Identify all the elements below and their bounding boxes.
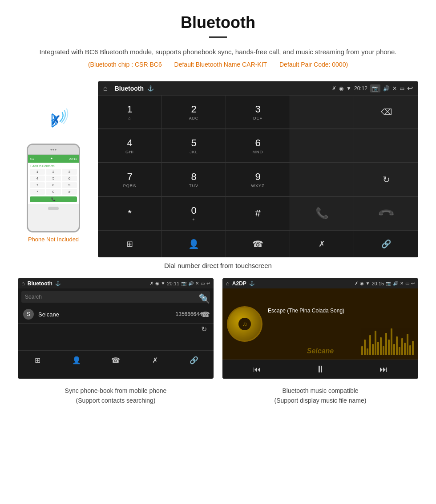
statusbar-right: ✗ ◉ ▼ 20:12 📷 🔊 ✕ ▭ ↩ (332, 84, 413, 92)
time-display: 20:12 (354, 85, 367, 92)
eq-bar-18 (407, 334, 408, 355)
phone-home-button (48, 207, 59, 210)
pb-btn-link[interactable]: 🔗 (174, 354, 214, 366)
close-icon[interactable]: ✕ (392, 85, 397, 92)
statusbar-title: Bluetooth (115, 85, 144, 92)
pb-vol-icon[interactable]: 🔊 (188, 281, 194, 286)
phonebook-screen: ⌂ Bluetooth ⚓ ✗ ◉ ▼ 20:11 📷 🔊 ✕ ▭ ↩ (18, 278, 214, 379)
dial-key-3[interactable]: 3DEF (226, 96, 290, 129)
dial-empty-2 (290, 129, 354, 163)
dial-backspace[interactable]: ⌫ (354, 96, 418, 129)
split-icon[interactable]: ▭ (400, 85, 404, 92)
phone-keypad: 1 2 3 4 5 6 7 8 9 * 0 # (30, 169, 77, 195)
eq-bar-9 (383, 346, 384, 355)
statusbar-left: ⌂ Bluetooth ⚓ (103, 84, 154, 92)
music-home-icon[interactable]: ⌂ (226, 280, 230, 287)
music-back-icon[interactable]: ↩ (411, 281, 415, 286)
eq-bar-4 (369, 335, 371, 355)
eq-bar-10 (385, 333, 387, 355)
dial-key-7[interactable]: 7PQRS (98, 163, 162, 196)
music-x-icon[interactable]: ✕ (400, 281, 404, 286)
pb-sidebar-refresh-icon[interactable]: ↻ (201, 325, 210, 333)
title-divider (209, 36, 227, 38)
eq-bar-20 (412, 341, 414, 355)
dial-key-4[interactable]: 4GHI (98, 129, 162, 163)
phone-top-bar: ●●● (28, 145, 79, 155)
pb-home-icon[interactable]: ⌂ (21, 280, 25, 287)
dial-key-9[interactable]: 9WXYZ (226, 163, 290, 196)
music-next-icon[interactable]: ⏭ (379, 365, 388, 374)
caption-music: Bluetooth music compatible (Support disp… (222, 386, 418, 406)
dial-key-8[interactable]: 8TUV (162, 163, 226, 196)
page-description: Integrated with BC6 Bluetooth module, su… (18, 47, 418, 57)
dial-call-green[interactable]: 📞 (290, 197, 354, 230)
caption-phonebook-line2: (Support contacts searching) (76, 397, 156, 404)
music-play-pause-icon[interactable]: ⏸ (315, 364, 325, 375)
dial-key-6[interactable]: 6MNO (226, 129, 290, 163)
music-wifi-icon: ▼ (366, 281, 370, 286)
spec-name: Default Bluetooth Name CAR-KIT (174, 61, 267, 68)
pb-back-icon[interactable]: ↩ (206, 281, 210, 286)
phone-key-8: 8 (46, 182, 61, 188)
pb-camera-icon[interactable]: 📷 (181, 281, 186, 286)
pb-contact-row[interactable]: S Seicane 13566664466 (18, 305, 214, 324)
eq-bar-8 (380, 337, 382, 355)
location-icon: ◉ (339, 85, 343, 92)
home-icon[interactable]: ⌂ (103, 84, 108, 92)
phone-key-5: 5 (46, 176, 61, 181)
dialpad-grid-icon[interactable]: ⊞ (98, 231, 162, 257)
music-album-inner: ♫ (238, 318, 251, 330)
dial-key-2[interactable]: 2ABC (162, 96, 226, 129)
dialpad-statusbar: ⌂ Bluetooth ⚓ ✗ ◉ ▼ 20:12 📷 🔊 ✕ ▭ ↩ (98, 81, 418, 96)
dial-key-0[interactable]: 0+ (162, 197, 226, 230)
phone-key-7: 7 (30, 182, 45, 188)
page-title: Bluetooth (18, 13, 418, 32)
dialpad-contacts-icon[interactable]: 👤 (162, 231, 226, 257)
eq-bar-7 (377, 342, 379, 355)
bottom-screenshots: ⌂ Bluetooth ⚓ ✗ ◉ ▼ 20:11 📷 🔊 ✕ ▭ ↩ (18, 278, 418, 379)
phone-not-included-label: Phone Not Included (28, 236, 79, 243)
pb-sidebar-search-icon[interactable]: 🔍 (201, 296, 210, 304)
pb-btn-phone[interactable]: ☎ (96, 354, 135, 366)
pb-rect-icon[interactable]: ▭ (201, 281, 205, 286)
music-vol-icon[interactable]: 🔊 (393, 281, 398, 286)
back-icon[interactable]: ↩ (407, 84, 413, 92)
phone-key-0: 0 (46, 189, 61, 195)
pb-contact-avatar: S (23, 309, 34, 320)
camera-icon[interactable]: 📷 (370, 84, 380, 92)
dial-refresh[interactable]: ↻ (354, 163, 418, 196)
pb-btn-grid[interactable]: ⊞ (18, 354, 57, 366)
dialpad-link-icon[interactable]: 🔗 (354, 231, 418, 257)
dialpad-bluetooth-icon[interactable]: ✗ (290, 231, 354, 257)
phone-key-3: 3 (62, 169, 77, 175)
music-screen: ⌂ A2DP ⚓ ✗ ◉ ▼ 20:15 📷 🔊 ✕ ▭ ↩ (222, 278, 418, 379)
eq-bar-16 (401, 338, 403, 355)
pb-btn-contacts[interactable]: 👤 (57, 354, 96, 366)
music-prev-icon[interactable]: ⏮ (253, 365, 261, 374)
main-caption: Dial number direct from touchscreen (18, 262, 418, 269)
dial-key-star[interactable]: * (98, 197, 162, 230)
dial-empty-3 (354, 129, 418, 163)
phone-contact-label: + Add to Contacts (30, 164, 77, 168)
pb-x-icon[interactable]: ✕ (195, 281, 199, 286)
pb-search-bar[interactable]: Search 🔍 (21, 291, 210, 303)
music-usb-icon: ⚓ (249, 281, 254, 286)
volume-icon[interactable]: 🔊 (383, 85, 390, 92)
dial-call-red[interactable]: 📞 (354, 197, 418, 230)
caption-phonebook: Sync phone-book from mobile phone (Suppo… (18, 386, 214, 406)
dial-key-hash[interactable]: # (226, 197, 290, 230)
dial-key-1[interactable]: 1⌂ (98, 96, 162, 129)
pb-btn-bluetooth[interactable]: ✗ (135, 354, 174, 366)
pb-sidebar-phone-icon[interactable]: ☎ (201, 310, 210, 319)
music-rect-icon[interactable]: ▭ (405, 281, 409, 286)
dialpad-phone-icon[interactable]: ☎ (226, 231, 290, 257)
music-camera-icon[interactable]: 📷 (386, 281, 391, 286)
dial-key-5[interactable]: 5JKL (162, 129, 226, 163)
dialpad-grid: 1⌂ 2ABC 3DEF ⌫ 4GHI 5JKL 6MNO 7PQRS (98, 96, 418, 257)
music-content-area: ♫ Escape (The Pina Colada Song) (222, 288, 418, 360)
bluetooth-waves-icon: ✗ (38, 108, 69, 135)
pb-title: Bluetooth (28, 280, 52, 287)
caption-music-line2: (Support display music file name) (275, 397, 367, 404)
eq-bar-15 (399, 347, 400, 355)
pb-sidebar: 🔍 ☎ ↻ (201, 296, 210, 333)
